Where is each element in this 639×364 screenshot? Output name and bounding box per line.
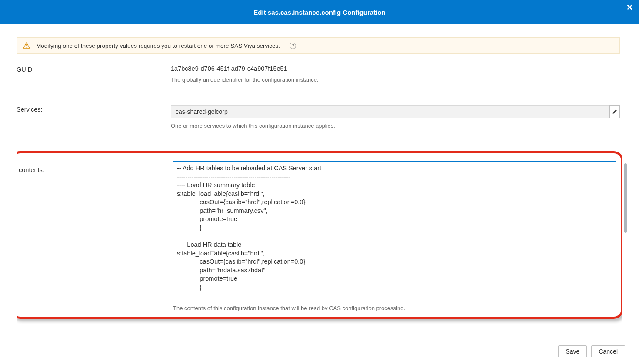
edit-services-button[interactable] [609, 105, 620, 118]
pencil-icon [612, 109, 617, 114]
warning-banner: Modifying one of these property values r… [17, 37, 620, 54]
guid-desc: The globally unique identifier for the c… [171, 76, 620, 83]
field-guid: GUID: 1a7bc8e9-d706-451f-ad79-c4a907f15e… [17, 65, 620, 96]
warning-icon [23, 42, 30, 49]
scroll-region[interactable]: Modifying one of these property values r… [17, 37, 622, 339]
scrollbar-thumb[interactable] [624, 163, 627, 233]
contents-label: contents: [18, 161, 173, 173]
warning-text: Modifying one of these property values r… [36, 43, 280, 49]
services-label: Services: [17, 105, 171, 113]
services-input[interactable] [171, 105, 609, 118]
close-icon[interactable]: ✕ [626, 3, 633, 12]
services-desc: One or more services to which this confi… [171, 122, 620, 129]
contents-desc: The contents of this configuration insta… [173, 305, 616, 311]
guid-label: GUID: [17, 65, 171, 73]
save-button[interactable]: Save [558, 345, 587, 357]
field-services: Services: One or more services to which … [17, 105, 620, 142]
contents-highlight: contents: The contents of this configura… [17, 151, 622, 319]
contents-textarea[interactable] [173, 161, 616, 300]
help-icon[interactable]: ? [290, 43, 296, 49]
cancel-button[interactable]: Cancel [591, 345, 625, 357]
dialog-footer: Save Cancel [0, 339, 639, 364]
svg-rect-1 [26, 47, 27, 48]
guid-value: 1a7bc8e9-d706-451f-ad79-c4a907f15e51 [171, 65, 620, 72]
dialog-body: Modifying one of these property values r… [0, 24, 639, 339]
svg-rect-0 [26, 44, 27, 46]
dialog-title: Edit sas.cas.instance.config Configurati… [253, 9, 385, 16]
dialog-header: Edit sas.cas.instance.config Configurati… [0, 0, 639, 24]
